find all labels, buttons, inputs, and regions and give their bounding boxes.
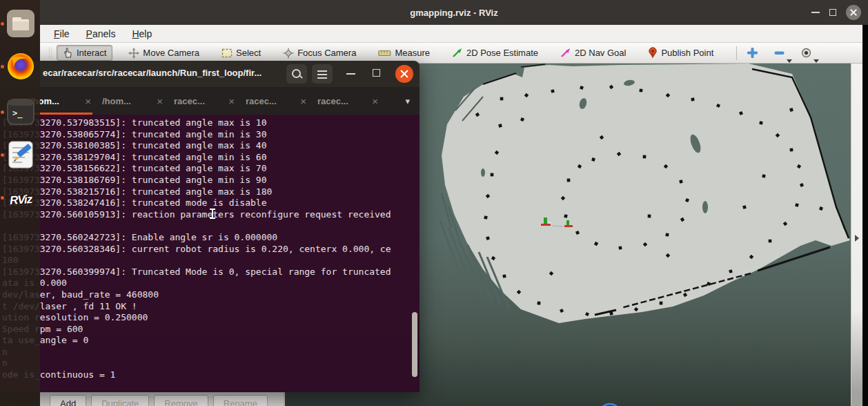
duplicate-display-button[interactable]: Duplicate (91, 395, 149, 406)
terminal-line: Speed rpm = 600 (2, 324, 420, 336)
tool-2d-pose-estimate[interactable]: 2D Pose Estimate (446, 45, 544, 61)
tool-interact[interactable]: Interact (57, 45, 112, 61)
remove-display-button[interactable]: Remove (154, 395, 208, 406)
dropdown-arrow-icon (787, 59, 792, 63)
green-arrow-icon (452, 48, 463, 58)
tab-close-icon[interactable]: × (157, 95, 163, 107)
terminal-line: [1639733270.538100385]: truncated angle … (2, 140, 420, 152)
tool-label: Select (236, 48, 261, 58)
menu-file[interactable]: File (47, 27, 77, 41)
rviz-maximize-button[interactable] (829, 9, 836, 16)
terminal-line: [1639733270.538186769]: truncated angle … (2, 175, 420, 186)
terminal-tab-3[interactable]: racec...× (168, 87, 240, 115)
terminal-line: [1639733270.560399974]: Truncated Mode i… (2, 267, 420, 278)
terminal-line: [1639733270.538215716]: truncated angle … (2, 186, 420, 198)
terminal-line: ta use_angle = 0 (2, 335, 420, 347)
terminal-menu-button[interactable] (312, 64, 333, 84)
terminal-line: [1639733270.538129704]: truncated angle … (2, 152, 420, 164)
menu-panels[interactable]: Panels (79, 27, 123, 41)
terminal-tab-2[interactable]: /hom...× (97, 87, 168, 115)
dock-item-firefox[interactable] (6, 51, 36, 81)
tool-measure[interactable]: Measure (372, 45, 436, 61)
terminal-line: ata is 0.000 (2, 278, 420, 289)
terminal-line: [1639733270.560242723]: Enable angle sr … (2, 232, 420, 244)
dropdown-arrow-icon (813, 59, 819, 63)
remove-tool-button[interactable] (771, 46, 788, 60)
magenta-arrow-icon (560, 48, 571, 58)
tab-close-icon[interactable]: × (372, 95, 378, 107)
tab-label: racec... (240, 96, 277, 106)
rviz-close-button[interactable] (846, 5, 861, 20)
terminal-maximize-button[interactable] (373, 69, 380, 77)
tool-label: Move Camera (143, 48, 199, 58)
dock-item-terminal[interactable]: >_ (6, 97, 36, 127)
tool-2d-nav-goal[interactable]: 2D Nav Goal (554, 45, 632, 61)
terminal-line: dev/laser, baud_rate = 460800 (2, 289, 420, 301)
terminal-line: ution resolution = 0.250000 (2, 312, 420, 324)
screen-edge-strip (862, 25, 868, 406)
rename-display-button[interactable]: Rename (213, 395, 268, 406)
terminal-line: [1639733270.538247416]: truncated mode i… (2, 197, 420, 209)
terminal-minimize-button[interactable] (346, 73, 355, 75)
terminal-line: 100 (2, 255, 420, 267)
tab-close-icon[interactable]: × (300, 95, 306, 107)
rviz-minimize-button[interactable] (811, 12, 820, 13)
files-icon (6, 8, 36, 39)
terminal-line: [1639733270.560328346]: current robot ra… (2, 244, 420, 255)
toolbar-grip-handle[interactable] (48, 47, 52, 59)
terminal-line: t /dev/laser , fd 11 OK ! (2, 301, 420, 313)
tab-close-icon[interactable]: × (85, 95, 91, 107)
terminal-line (2, 220, 420, 232)
tool-select[interactable]: Select (215, 45, 267, 61)
dock-item-text-editor[interactable] (6, 139, 36, 170)
tool-label: 2D Pose Estimate (466, 48, 538, 58)
terminal-tab-5[interactable]: racec...× (312, 87, 384, 115)
tool-focus-camera[interactable]: Focus Camera (277, 45, 362, 61)
add-display-button[interactable]: Add (50, 395, 86, 406)
displays-panel-buttons: AddDuplicateRemoveRename (40, 392, 285, 406)
terminal-line: [1639733270.538156622]: truncated angle … (2, 163, 420, 175)
menu-help[interactable]: Help (125, 27, 159, 41)
terminal-titlebar[interactable]: ecar/racecar/src/racecar/launch/Run_firs… (0, 61, 420, 87)
tool-publish-point[interactable]: Publish Point (642, 44, 720, 61)
running-indicator-dot (1, 110, 4, 114)
tab-label: racec... (312, 96, 348, 106)
terminal-search-button[interactable] (286, 64, 307, 84)
terminal-line: ode is_continuous = 1 (2, 369, 420, 381)
map-free-space (442, 64, 850, 323)
terminal-line: [1639733270.538065774]: truncated angle … (2, 129, 420, 141)
hand-icon (63, 48, 73, 58)
add-tool-button[interactable] (744, 46, 761, 60)
terminal-line: n (2, 347, 420, 358)
terminal-tab-4[interactable]: racec...× (240, 87, 312, 115)
terminal-tabbar: /hom...×/hom...×racec...×racec...×racec.… (0, 87, 420, 115)
terminal-close-button[interactable] (395, 65, 413, 83)
tab-label: racec... (168, 96, 205, 106)
mouse-cursor (212, 209, 213, 218)
svg-text:>_: >_ (12, 108, 23, 119)
tool-label: Measure (395, 48, 430, 58)
terminal-app-icon: >_ (6, 97, 36, 127)
rviz-titlebar[interactable]: gmapping.rviz - RViz (40, 0, 868, 25)
dock-item-files[interactable] (6, 8, 36, 39)
running-indicator-dot (1, 196, 4, 200)
terminal-scrollbar-thumb[interactable] (412, 312, 417, 377)
tab-list-dropdown-icon[interactable]: ▾ (405, 96, 410, 106)
rviz-logo-icon: RViz (9, 193, 32, 208)
panel-expand-arrow[interactable] (855, 235, 859, 242)
select-box-icon (221, 48, 233, 58)
terminal-window: ecar/racecar/src/racecar/launch/Run_firs… (0, 61, 420, 392)
focus-icon (283, 48, 294, 59)
tool-options-button[interactable] (798, 46, 815, 60)
tab-close-icon[interactable]: × (228, 95, 235, 107)
running-indicator-dot (1, 153, 4, 157)
dock-item-rviz[interactable]: RViz (6, 185, 36, 215)
firefox-icon (6, 51, 36, 81)
terminal-output[interactable]: [1639733270.537983515]: truncated angle … (0, 115, 420, 392)
plus-icon (747, 47, 758, 59)
tool-label: Interact (77, 48, 106, 58)
running-indicator-dot (1, 22, 4, 26)
tool-label: Focus Camera (297, 48, 356, 58)
tool-label: Publish Point (661, 48, 713, 58)
tool-move-camera[interactable]: Move Camera (122, 45, 206, 61)
